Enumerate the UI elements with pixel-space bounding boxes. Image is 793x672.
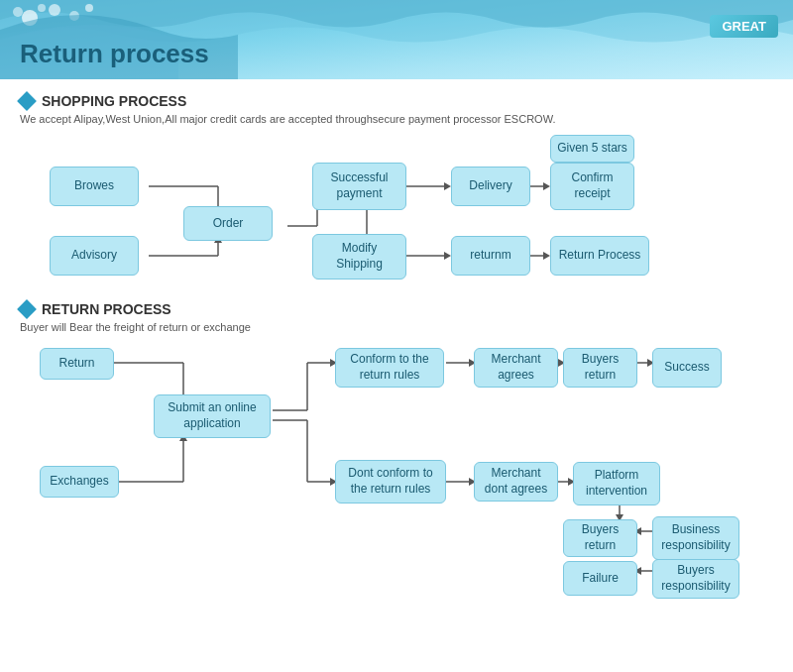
page-title: Return process <box>20 39 209 69</box>
shopping-section-header: SHOPPING PROCESS <box>20 93 773 109</box>
return-diagram: Return Submit an online application Exch… <box>20 343 773 601</box>
svg-point-4 <box>85 4 93 12</box>
shopping-description: We accept Alipay,West Union,All major cr… <box>20 113 773 125</box>
svg-marker-19 <box>543 182 550 190</box>
svg-point-6 <box>13 7 23 17</box>
delivery-box: Delivery <box>451 167 530 206</box>
return-process-box: Return Process <box>550 236 649 276</box>
svg-marker-23 <box>444 252 451 260</box>
return-box: Return <box>40 348 114 380</box>
diamond-icon-shopping <box>17 91 37 111</box>
svg-marker-17 <box>444 182 451 190</box>
buyers-return2-box: Buyers return <box>563 519 637 557</box>
business-resp-box: Business responsibility <box>652 516 739 560</box>
return-section-header: RETURN PROCESS <box>20 301 773 317</box>
order-box: Order <box>183 206 273 241</box>
svg-marker-25 <box>543 252 550 260</box>
return-section: RETURN PROCESS Buyer will Bear the freig… <box>20 301 773 601</box>
browes-box: Browes <box>50 167 139 206</box>
successful-payment-box: Successful payment <box>312 163 406 210</box>
failure-box: Failure <box>563 561 637 596</box>
submit-online-box: Submit an online application <box>154 394 271 438</box>
page-header: Return process GREAT <box>0 0 793 79</box>
svg-point-2 <box>49 4 60 16</box>
buyers-resp-box: Buyers responsibility <box>652 559 739 599</box>
merchant-dont-box: Merchant dont agrees <box>474 462 558 502</box>
shopping-diagram: Browes Order Advisory Successful payment… <box>20 135 773 293</box>
return-description: Buyer will Bear the freight of return or… <box>20 321 773 333</box>
buyers-return1-box: Buyers return <box>563 348 637 388</box>
conform-rules-box: Conform to the return rules <box>335 348 444 388</box>
header-badge: GREAT <box>710 15 778 38</box>
modify-shipping-box: Modify Shipping <box>312 234 406 280</box>
confirm-receipt-box: Confirm receipt <box>550 163 634 210</box>
advisory-box: Advisory <box>50 236 139 276</box>
given-5-stars-box: Given 5 stars <box>550 135 634 163</box>
dont-conform-box: Dont conform to the return rules <box>335 460 446 504</box>
platform-box: Platform intervention <box>573 462 660 505</box>
success-box: Success <box>652 348 722 388</box>
svg-point-5 <box>38 4 46 12</box>
return-title: RETURN PROCESS <box>42 301 171 317</box>
diamond-icon-return <box>17 299 37 319</box>
merchant-agrees-box: Merchant agrees <box>474 348 558 388</box>
shopping-title: SHOPPING PROCESS <box>42 93 186 109</box>
exchanges-box: Exchanges <box>40 466 119 498</box>
returnm-box: returnm <box>451 236 530 276</box>
main-content: SHOPPING PROCESS We accept Alipay,West U… <box>0 79 793 615</box>
